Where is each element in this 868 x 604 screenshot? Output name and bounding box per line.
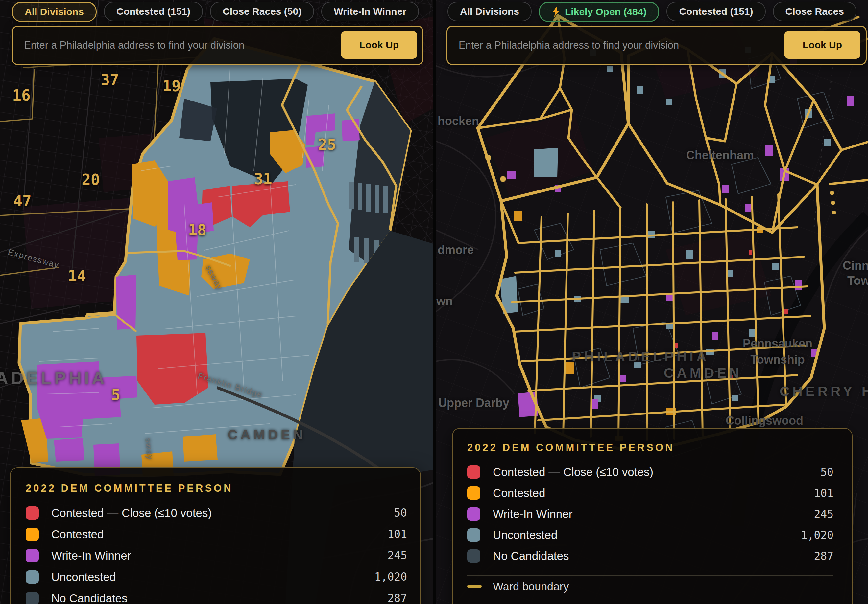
- legend-row-uncontested: Uncontested 1,020: [26, 566, 407, 588]
- write-in-swatch: [467, 507, 480, 521]
- write-in-swatch: [26, 549, 39, 562]
- legend-row-label: Contested — Close (≤10 votes): [51, 507, 394, 520]
- tab-all-divisions[interactable]: All Divisions: [12, 2, 97, 22]
- tab-contested[interactable]: Contested (151): [104, 2, 203, 22]
- legend-row-label: Write-In Winner: [51, 549, 388, 562]
- legend-row-value: 101: [814, 487, 834, 500]
- legend-row-value: 101: [388, 528, 407, 541]
- tab-all-divisions[interactable]: All Divisions: [448, 2, 532, 22]
- legend-row-value: 245: [814, 508, 834, 521]
- legend-row-no-candidates: No Candidates 287: [26, 588, 407, 604]
- tab-write-in-winner[interactable]: Write-In Winner: [321, 2, 419, 22]
- legend-row-ward-boundary: Ward boundary: [467, 576, 834, 597]
- tab-close-races[interactable]: Close Races (50): [210, 2, 314, 22]
- legend-row-value: 1,020: [801, 529, 834, 542]
- legend-row-label: Write-In Winner: [493, 507, 814, 521]
- filter-tab-bar-left: All Divisions Contested (151) Close Race…: [12, 2, 419, 22]
- tab-label: All Divisions: [25, 6, 84, 17]
- tab-close-races[interactable]: Close Races: [773, 2, 857, 22]
- tab-label: All Divisions: [460, 6, 519, 17]
- address-search-bar-left: Look Up: [12, 26, 423, 65]
- contested-swatch: [467, 487, 480, 500]
- legend-row-uncontested: Uncontested 1,020: [467, 525, 834, 545]
- uncontested-swatch: [467, 528, 480, 542]
- legend-row-contested-close: Contested — Close (≤10 votes) 50: [467, 462, 834, 482]
- tab-label: Contested (151): [116, 6, 191, 17]
- look-up-button[interactable]: Look Up: [341, 31, 417, 59]
- legend-row-write-in: Write-In Winner 245: [467, 504, 834, 525]
- tab-label: Likely Open (484): [565, 6, 646, 17]
- legend-title: 2022 DEM COMMITTEE PERSON: [26, 482, 407, 494]
- legend-row-value: 50: [394, 507, 407, 519]
- legend-title: 2022 DEM COMMITTEE PERSON: [467, 442, 834, 454]
- legend-card-right: 2022 DEM COMMITTEE PERSON Contested — Cl…: [452, 428, 852, 604]
- legend-card-left: 2022 DEM COMMITTEE PERSON Contested — Cl…: [10, 467, 421, 604]
- contested-close-swatch: [467, 465, 480, 479]
- legend-row-label: Contested: [493, 487, 814, 500]
- contested-swatch: [26, 528, 39, 541]
- tab-label: Close Races: [786, 6, 844, 17]
- map-panel-all-divisions: 16 37 19 20 47 14 18 31 25 5 ADELPHIA Ex…: [0, 0, 433, 604]
- legend-row-contested-close: Contested — Close (≤10 votes) 50: [26, 502, 407, 524]
- legend-row-contested: Contested 101: [467, 482, 834, 504]
- contested-close-swatch: [26, 507, 39, 520]
- look-up-button[interactable]: Look Up: [784, 31, 860, 59]
- legend-row-write-in: Write-In Winner 245: [26, 545, 407, 566]
- legend-row-value: 50: [820, 466, 834, 479]
- tab-label: Close Races (50): [223, 6, 302, 17]
- legend-row-value: 287: [814, 550, 834, 562]
- tab-contested[interactable]: Contested (151): [666, 2, 766, 22]
- no-candidates-swatch: [26, 592, 39, 604]
- legend-row-no-candidates: No Candidates 287: [467, 545, 834, 567]
- legend-row-value: 1,020: [375, 570, 407, 583]
- legend-row-label: No Candidates: [51, 592, 388, 604]
- legend-row-contested: Contested 101: [26, 524, 407, 545]
- committee-person-map-app: 16 37 19 20 47 14 18 31 25 5 ADELPHIA Ex…: [0, 0, 868, 604]
- legend-row-label: Contested — Close (≤10 votes): [493, 465, 820, 479]
- legend-row-label: Uncontested: [493, 528, 801, 542]
- tab-likely-open[interactable]: Likely Open (484): [539, 2, 659, 22]
- legend-row-label: Uncontested: [51, 570, 375, 584]
- map-panel-likely-open: hocken Cheltenham Cinna Tow dmore wn Upp…: [436, 0, 868, 604]
- address-search-bar-right: Look Up: [446, 26, 867, 65]
- no-candidates-swatch: [467, 550, 480, 562]
- uncontested-swatch: [26, 570, 39, 584]
- legend-row-label: Contested: [51, 528, 388, 541]
- tab-label: Write-In Winner: [334, 6, 406, 17]
- legend-row-label: No Candidates: [493, 550, 814, 562]
- legend-row-label: Ward boundary: [493, 580, 834, 593]
- lightning-bolt-icon: [552, 6, 560, 17]
- legend-row-value: 245: [388, 549, 407, 562]
- filter-tab-bar-right: All Divisions Likely Open (484) Conteste…: [448, 2, 857, 22]
- legend-row-value: 287: [388, 592, 407, 604]
- tab-label: Contested (151): [679, 6, 753, 17]
- ward-boundary-swatch: [467, 585, 482, 588]
